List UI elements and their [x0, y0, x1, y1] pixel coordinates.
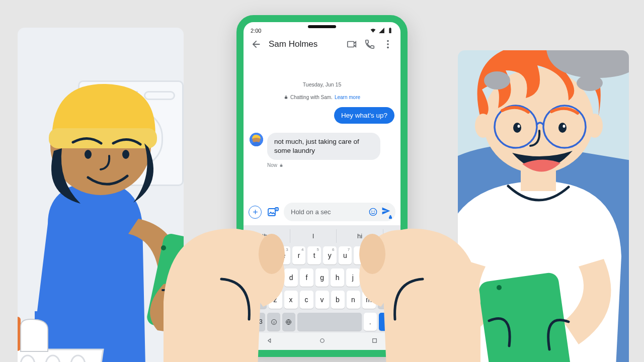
rcs-status-row: Chatting with Sam. Learn more — [250, 95, 394, 100]
nav-back-button[interactable] — [266, 337, 274, 346]
nav-home-icon — [318, 337, 326, 344]
conversation-body[interactable]: Tuesday, Jun 15 Chatting with Sam. Learn… — [244, 57, 400, 199]
suggestion-3[interactable]: hi — [337, 229, 383, 243]
wifi-icon — [370, 27, 376, 34]
mic-icon — [388, 231, 396, 239]
suggestion-1[interactable]: the — [244, 229, 290, 243]
voice-input-button[interactable] — [383, 231, 400, 241]
contact-avatar[interactable] — [250, 133, 263, 146]
key-l[interactable]: l — [377, 268, 390, 287]
key-v[interactable]: v — [315, 291, 329, 309]
svg-point-37 — [369, 208, 376, 215]
key-b[interactable]: b — [331, 291, 345, 309]
emoji-key[interactable] — [267, 313, 280, 331]
nav-recent-button[interactable] — [371, 337, 378, 346]
nav-home-button[interactable] — [318, 337, 326, 346]
svg-rect-34 — [268, 209, 275, 216]
svg-point-29 — [387, 43, 389, 45]
key-i[interactable]: i8 — [354, 246, 367, 264]
backspace-icon — [384, 296, 391, 304]
incoming-message-row: not much, just taking care of some laund… — [250, 133, 394, 160]
incoming-message[interactable]: not much, just taking care of some laund… — [267, 133, 380, 160]
phone-panel: 2:00 Sam Holmes — [236, 15, 408, 362]
emoji-keyboard-icon — [270, 318, 278, 326]
right-illustration-panel — [458, 50, 629, 362]
key-f[interactable]: f — [300, 268, 313, 287]
key-y[interactable]: y6 — [323, 246, 337, 264]
svg-point-44 — [320, 338, 324, 342]
contact-name: Sam Holmes — [269, 39, 339, 49]
lock-icon — [279, 163, 283, 167]
key-s[interactable]: s — [269, 268, 283, 287]
key-q[interactable]: q1 — [246, 246, 260, 264]
learn-more-link[interactable]: Learn more — [335, 95, 360, 100]
key-row-1: q1w2e3r4t5y6u7i8o9p0 — [244, 244, 400, 266]
key-k[interactable]: k — [362, 268, 375, 287]
key-w[interactable]: w2 — [262, 246, 275, 264]
key-n[interactable]: n — [347, 291, 360, 309]
svg-rect-11 — [35, 311, 43, 319]
compose-input[interactable]: Hold on a sec — [284, 203, 395, 221]
key-z[interactable]: z — [269, 291, 282, 309]
svg-point-18 — [513, 123, 521, 133]
shift-key[interactable] — [246, 291, 267, 309]
svg-point-36 — [276, 208, 277, 209]
key-p[interactable]: p0 — [384, 246, 398, 264]
suggestion-2[interactable]: I — [290, 229, 337, 243]
svg-point-19 — [558, 123, 567, 133]
key-o[interactable]: o9 — [369, 246, 383, 264]
key-r[interactable]: r4 — [292, 246, 306, 264]
signal-icon — [378, 27, 385, 34]
person-right-illustration — [458, 50, 629, 362]
send-button[interactable] — [381, 206, 391, 218]
key-j[interactable]: j — [346, 268, 360, 287]
svg-point-21 — [563, 125, 566, 128]
svg-point-24 — [484, 71, 510, 89]
svg-point-42 — [274, 321, 275, 321]
more-button[interactable] — [382, 39, 393, 50]
more-vert-icon — [382, 39, 393, 50]
key-h[interactable]: h — [331, 268, 344, 287]
back-button[interactable] — [251, 39, 262, 50]
period-key[interactable]: . — [364, 313, 377, 331]
svg-point-5 — [161, 245, 166, 250]
compose-text: Hold on a sec — [291, 208, 365, 216]
svg-point-41 — [273, 321, 273, 321]
voice-call-button[interactable] — [364, 39, 375, 50]
key-e[interactable]: e3 — [277, 246, 290, 264]
language-key[interactable] — [282, 313, 295, 331]
lock-icon — [284, 95, 288, 100]
key-g[interactable]: g — [315, 268, 329, 287]
status-bar: 2:00 — [244, 22, 400, 35]
enter-key[interactable] — [379, 313, 398, 331]
space-key[interactable] — [297, 313, 362, 331]
gallery-icon — [267, 206, 279, 218]
video-call-button[interactable] — [346, 39, 357, 50]
svg-point-14 — [475, 114, 491, 138]
app-bar: Sam Holmes — [244, 35, 400, 57]
key-m[interactable]: m — [362, 291, 376, 309]
shift-icon — [253, 296, 260, 304]
lock-icon — [388, 215, 393, 220]
emoji-icon[interactable] — [368, 207, 378, 217]
add-button[interactable] — [249, 206, 262, 219]
key-u[interactable]: u7 — [339, 246, 352, 264]
enter-icon — [384, 318, 392, 326]
key-a[interactable]: a — [254, 268, 267, 287]
gallery-button[interactable] — [267, 206, 279, 218]
key-x[interactable]: x — [284, 291, 298, 309]
person-left-illustration — [18, 68, 184, 362]
outgoing-message[interactable]: Hey what's up? — [334, 107, 394, 124]
svg-point-38 — [371, 211, 372, 212]
key-t[interactable]: t5 — [307, 246, 321, 264]
key-c[interactable]: c — [300, 291, 313, 309]
symbols-key[interactable]: ?123 — [246, 313, 265, 331]
rcs-status-text: Chatting with Sam. — [290, 95, 333, 100]
arrow-back-icon — [251, 39, 262, 50]
svg-point-15 — [587, 114, 603, 138]
svg-point-40 — [271, 319, 276, 324]
left-illustration-panel — [18, 28, 184, 362]
android-navbar — [244, 333, 400, 350]
key-d[interactable]: d — [284, 268, 298, 287]
backspace-key[interactable] — [378, 291, 398, 309]
